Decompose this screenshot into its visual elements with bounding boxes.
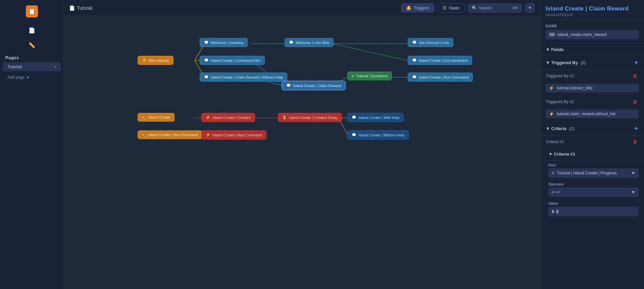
search-shortcut: ⌘K	[512, 6, 518, 10]
fact-label: Fact	[548, 163, 639, 167]
criteria-operator-section: Operator ≡ == ▼	[540, 179, 644, 199]
rp-criteria-label: Criteria	[551, 126, 566, 131]
node-island-run-command[interactable]: >_ Island Create | Run Command	[138, 130, 202, 139]
node-icc-icon: ⚡	[206, 115, 210, 120]
rp-name-icon: ⌨	[549, 32, 555, 37]
triggered-by-2-value-row: ⚡ tutorial.claim_reward.without_hel	[540, 108, 644, 122]
sidebar-edit-icon[interactable]: ✏️	[26, 39, 38, 51]
sidebar-page-icon[interactable]: 📄	[26, 24, 38, 36]
page-title-icon: 📄	[69, 5, 75, 11]
node-run-command-top[interactable]: 💬 Island Create | Run Command	[408, 73, 473, 82]
criteria-1-sub-header[interactable]: ▼ Criteria #1	[540, 148, 644, 160]
search-box[interactable]: 🔍 Search ⌘K	[468, 4, 522, 12]
node-tq-icon: ≡	[352, 74, 354, 78]
node-island-created[interactable]: ⚡ Island Create | Created	[201, 113, 255, 122]
rp-subtitle: osovkJd7fUQrcif	[546, 13, 639, 17]
search-placeholder: Search	[479, 6, 492, 10]
criteria-1-sub-label: Criteria #1	[554, 152, 575, 157]
rp-criteria-header[interactable]: ▼ Criteria (1) +	[540, 122, 644, 136]
node-welcome-blitz-icon: 💬	[289, 40, 294, 45]
rp-name-label: Name	[546, 24, 639, 28]
triggered-by-2-label: Triggered By #2	[546, 99, 574, 104]
value-number: 2	[556, 209, 558, 214]
triggered-add-btn[interactable]: +	[634, 59, 639, 66]
triggered-by-2-row: Triggered By #2 🗑	[540, 96, 644, 108]
node-command-hint[interactable]: 💬 Island Create | Command Hint	[200, 56, 265, 65]
criteria-1-row: Criteria #1 🗑	[540, 136, 644, 148]
node-cr-label: Island Create | Claim Reward	[293, 84, 341, 88]
node-welcome-greeting[interactable]: 💬 Welcome | Greeting	[200, 38, 248, 47]
sidebar-item-chevron: ›	[55, 64, 56, 69]
node-command-hint-icon: 💬	[204, 58, 209, 63]
pages-label: Pages	[0, 52, 63, 61]
app-logo: 📋	[26, 5, 38, 17]
node-cr-icon: 💬	[286, 83, 291, 88]
node-irc-label: Island Create | Run Command	[148, 133, 198, 137]
sidebar-item-tutorial[interactable]: Tutorial ›	[3, 62, 61, 71]
node-without-help[interactable]: 💬 Island Create | Without Help	[347, 130, 409, 139]
operator-dropdown-chevron: ▼	[631, 190, 635, 195]
node-claim-reward-without-help[interactable]: 💬 Island Create | Claim Reward | Without…	[200, 73, 287, 82]
node-iccd-label: Island Create | Created Delay	[289, 116, 338, 120]
static-icon: ☰	[443, 5, 447, 10]
add-page-label: Add page	[7, 75, 24, 80]
rp-criteria-chevron: ▼	[546, 126, 551, 131]
rp-triggered-count: (2)	[581, 60, 586, 65]
fact-dropdown-chevron: ▼	[631, 171, 635, 175]
topbar-actions: 🔔 Triggers ☰ Static 🔍 Search ⌘K +	[401, 3, 535, 13]
node-ic-icon: >_	[142, 115, 146, 119]
node-woh-icon: 💬	[352, 133, 356, 137]
criteria-fact-section: Fact ≡ Tutorial | Island Create | Progre…	[540, 160, 644, 179]
rp-fields-chevron-down: ▼	[546, 47, 551, 52]
triggered-by-1-value: ⚡ tutorial.interact_blitz	[546, 84, 639, 92]
node-island-ran-command[interactable]: ⚡ Island Create | Ran Command	[201, 130, 266, 139]
triggers-icon: 🔔	[406, 5, 411, 10]
node-gui-interaction[interactable]: 💬 Island Create | Gui Interaciton	[408, 56, 472, 65]
rp-header: Island Create | Claim Reward osovkJd7fUQ…	[540, 0, 644, 20]
rp-criteria-count: (1)	[569, 126, 575, 131]
node-join-discord[interactable]: 💬 Join Discord | Link	[408, 38, 453, 47]
node-iccd-icon: ⏳	[282, 115, 287, 120]
node-welcome-i-am-blitz[interactable]: 💬 Welcome | I Am Blitz	[285, 38, 334, 47]
node-woh-label: Island Create | Without Help	[358, 133, 404, 137]
criteria-1-sub-chevron: ▼	[548, 152, 554, 157]
triggers-button[interactable]: 🔔 Triggers	[401, 3, 434, 12]
node-with-help[interactable]: 💬 Island Create | With Help	[347, 113, 404, 122]
criteria-add-btn[interactable]: +	[634, 125, 639, 132]
node-welcome-greeting-icon: 💬	[204, 40, 209, 45]
add-page-icon: +	[27, 75, 29, 80]
fact-dropdown[interactable]: ≡ Tutorial | Island Create | Progress ▼	[548, 168, 639, 178]
triggered-by-1-delete[interactable]: 🗑	[631, 73, 639, 79]
rp-fields-header[interactable]: ▼ Fields	[540, 44, 644, 56]
rp-triggered-by-header[interactable]: ▼ Triggered By (2) +	[540, 56, 644, 70]
node-crwh-icon: 💬	[204, 75, 209, 79]
triggered-by-1-label: Triggered By #1	[546, 74, 574, 78]
node-command-hint-label: Island Create | Command Hint	[211, 58, 260, 63]
node-join-discord-label: Join Discord | Link	[419, 41, 449, 45]
node-tutorial-questions[interactable]: ≡ Tutorial | Questions	[347, 72, 392, 80]
add-button[interactable]: +	[525, 3, 535, 13]
triggered-by-2-delete[interactable]: 🗑	[631, 98, 639, 105]
node-island-created-delay[interactable]: ⏳ Island Create | Created Delay	[278, 113, 342, 122]
node-blitz-interact-icon: ⚡	[142, 58, 147, 63]
node-irrc-icon: ⚡	[206, 133, 210, 137]
static-button[interactable]: ☰ Static	[438, 3, 465, 12]
rp-name-value: island_create.claim_reward	[557, 32, 606, 37]
operator-dropdown[interactable]: ≡ == ▼	[548, 188, 639, 197]
fact-value: Tutorial | Island Create | Progress	[557, 171, 617, 175]
node-gui-icon: 💬	[412, 58, 417, 63]
sidebar-add-page[interactable]: Add page +	[3, 73, 61, 82]
triggered-by-2-value: ⚡ tutorial.claim_reward.without_hel	[546, 110, 639, 118]
node-blitz-interact[interactable]: ⚡ Blitz Interact	[138, 56, 174, 65]
node-gui-label: Island Create | Gui Interaciton	[419, 58, 468, 63]
value-label: Value	[548, 201, 639, 205]
main-content: 📄 Tutorial 🔔 Triggers ☰ Static 🔍 Search …	[64, 0, 540, 289]
triggered-by-1-icon: ⚡	[549, 86, 554, 90]
criteria-1-delete[interactable]: 🗑	[631, 138, 639, 145]
triggered-by-2-icon: ⚡	[549, 112, 554, 116]
rp-title: Island Create | Claim Reward	[546, 5, 639, 12]
node-island-create[interactable]: >_ Island Create	[138, 113, 175, 122]
node-icc-label: Island Create | Created	[212, 116, 251, 120]
flow-canvas: ⚡ Blitz Interact 💬 Welcome | Greeting 💬 …	[64, 16, 540, 289]
node-claim-reward[interactable]: 💬 Island Create | Claim Reward	[282, 81, 345, 90]
